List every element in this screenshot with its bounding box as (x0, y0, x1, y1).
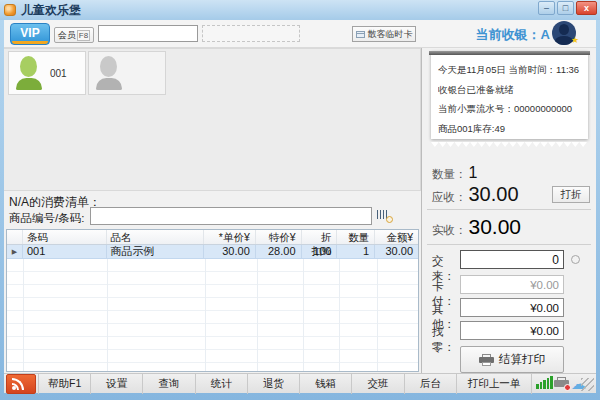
member-card-active[interactable]: 001 (8, 51, 86, 95)
stats-button[interactable]: 统计 (196, 374, 248, 394)
function-buttons: 帮助F1 设置 查询 统计 退货 钱箱 交班 后台 打印上一单 (38, 374, 532, 394)
row-indicator-icon: ▶ (7, 245, 23, 258)
col-discount[interactable]: 折扣% (302, 230, 338, 244)
change-label: 找零： (432, 325, 455, 355)
resize-grip[interactable] (581, 378, 594, 391)
person-icon (96, 56, 122, 90)
pos-window: 儿童欢乐堡 – □ x VIP 会员F8 散客临时卡 当前收银：A ★ (0, 0, 600, 400)
divider (427, 209, 591, 210)
col-qty[interactable]: 数量 (337, 230, 375, 244)
col-amount[interactable]: 金额¥ (375, 230, 418, 244)
receipt-roller (429, 51, 590, 55)
titlebar: 儿童欢乐堡 – □ x (0, 0, 600, 20)
cart-table-header: 条码 品名 *单价¥ 特价¥ 折扣% 数量 金额¥ (7, 230, 418, 245)
app-icon (4, 4, 16, 16)
rss-icon[interactable] (6, 374, 36, 394)
cell-name: 商品示例 (107, 245, 205, 258)
member-card-empty[interactable] (88, 51, 166, 95)
member-card-input[interactable] (98, 25, 198, 42)
card-icon (356, 31, 365, 38)
settle-print-button[interactable]: 结算打印 (460, 346, 564, 373)
refund-button[interactable]: 退货 (248, 374, 300, 394)
signal-bars-icon (536, 376, 553, 389)
receipt-torn-edge (431, 142, 588, 147)
reprint-button[interactable]: 打印上一单 (457, 374, 532, 394)
member-panel: 001 (4, 48, 421, 191)
receipt-preview: 今天是11月05日 当前时间：11:36 收银台已准备就绪 当前小票流水号：00… (431, 51, 588, 139)
receipt-line: 商品001库存:49 (438, 119, 581, 139)
member-id: 001 (50, 68, 67, 79)
top-toolbar: VIP 会员F8 散客临时卡 当前收银：A ★ (4, 20, 596, 48)
receipt-line: 收银台已准备就绪 (438, 80, 581, 100)
vip-button[interactable]: VIP (10, 23, 50, 45)
divider (427, 244, 591, 245)
other-pay-input[interactable] (460, 298, 564, 317)
card-pay-input[interactable] (460, 275, 564, 294)
cell-special: 28.00 (256, 245, 302, 258)
window-controls: – □ x (538, 1, 597, 15)
cell-qty: 1 (337, 245, 375, 258)
amount-due-row: 应收： 30.00 (432, 183, 519, 206)
barcode-search-icon[interactable] (377, 209, 393, 223)
help-button[interactable]: 帮助F1 (39, 374, 91, 394)
cell-barcode: 001 (23, 245, 107, 258)
col-price[interactable]: *单价¥ (204, 230, 256, 244)
maximize-button[interactable]: □ (557, 1, 574, 15)
amount-due-value: 30.00 (469, 183, 519, 206)
discount-button[interactable]: 打折 (552, 186, 590, 203)
minimize-button[interactable]: – (538, 1, 555, 15)
star-icon: ★ (571, 36, 579, 45)
settings-button[interactable]: 设置 (91, 374, 143, 394)
amount-due-label: 应收： (432, 190, 467, 205)
settle-print-label: 结算打印 (499, 352, 545, 367)
cart-table: 条码 品名 *单价¥ 特价¥ 折扣% 数量 金额¥ ▶ 001 商品示例 30.… (6, 229, 419, 372)
printer-icon (479, 354, 494, 366)
member-hotkey: F8 (77, 30, 90, 41)
quantity-value: 1 (469, 164, 478, 182)
receipt-line: 今天是11月05日 当前时间：11:36 (438, 60, 581, 80)
consume-list-title: N/A的消费清单： (9, 194, 101, 211)
cashbox-button[interactable]: 钱箱 (300, 374, 352, 394)
close-button[interactable]: x (576, 1, 597, 15)
cell-price: 30.00 (204, 245, 256, 258)
member-button[interactable]: 会员F8 (54, 27, 94, 43)
col-barcode[interactable]: 条码 (23, 230, 107, 244)
table-empty-rows (7, 259, 418, 372)
current-cashier-label: 当前收银：A (476, 26, 550, 44)
col-name[interactable]: 品名 (107, 230, 205, 244)
cell-amount: 30.00 (375, 245, 418, 258)
temp-card-button[interactable]: 散客临时卡 (352, 26, 416, 42)
change-input[interactable] (460, 321, 564, 340)
bottom-toolbar: 帮助F1 设置 查询 统计 退货 钱箱 交班 后台 打印上一单 ☁ (4, 373, 596, 393)
quantity-label: 数量： (432, 167, 467, 182)
received-label: 实收： (432, 223, 467, 238)
printer-status-icon[interactable] (554, 377, 569, 390)
checkout-panel: 今天是11月05日 当前时间：11:36 收银台已准备就绪 当前小票流水号：00… (421, 48, 596, 373)
barcode-input[interactable] (90, 207, 372, 225)
quantity-row: 数量： 1 (432, 164, 477, 182)
barcode-label: 商品编号/条码: (9, 211, 84, 226)
cash-input[interactable] (460, 250, 564, 269)
cash-radio[interactable] (571, 255, 580, 264)
table-row[interactable]: ▶ 001 商品示例 30.00 28.00 100 1 30.00 (7, 245, 418, 259)
window-title: 儿童欢乐堡 (21, 2, 81, 19)
received-value: 30.00 (469, 215, 522, 239)
member-info-placeholder (202, 25, 300, 42)
person-icon (16, 56, 42, 90)
receipt-line: 当前小票流水号：00000000000 (438, 99, 581, 119)
received-row: 实收： 30.00 (432, 215, 521, 239)
printer-error-badge (564, 384, 571, 391)
content-area: VIP 会员F8 散客临时卡 当前收银：A ★ 001 (4, 20, 596, 393)
query-button[interactable]: 查询 (143, 374, 195, 394)
temp-card-label: 散客临时卡 (368, 28, 413, 41)
col-gutter (7, 230, 23, 244)
avatar-person-icon (559, 24, 569, 35)
member-button-label: 会员 (58, 30, 76, 40)
cell-discount: 100 (302, 245, 338, 258)
backend-button[interactable]: 后台 (405, 374, 457, 394)
shift-button[interactable]: 交班 (352, 374, 404, 394)
col-special[interactable]: 特价¥ (256, 230, 302, 244)
